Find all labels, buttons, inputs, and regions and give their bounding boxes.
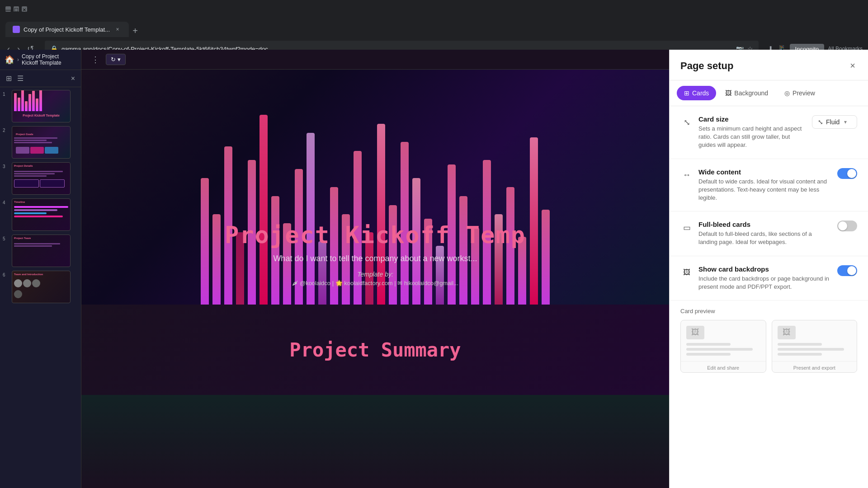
preview-lines xyxy=(778,343,852,356)
card-size-section: ⤡ Card size Sets a minimum card height a… xyxy=(670,106,868,159)
background-tab-label: Background xyxy=(734,89,768,97)
card-size-control: ⤡ Fluid ▾ xyxy=(812,115,857,129)
edit-share-label: Edit and share xyxy=(681,361,766,372)
card-size-dropdown[interactable]: ⤡ Fluid ▾ xyxy=(812,115,857,129)
sidebar-toolbar: ⊞ ☰ × xyxy=(0,70,81,87)
slide-item[interactable]: 2 Project Goals xyxy=(2,125,79,160)
dropdown-value: Fluid xyxy=(826,118,840,126)
sidebar-header: 🏠 › Copy of Project Kickoff Template xyxy=(0,50,81,70)
breadcrumb-home-icon[interactable]: 🏠 xyxy=(5,55,14,65)
preview-tab-label: Preview xyxy=(793,89,815,97)
page-setup-panel: Page setup × ⊞ Cards 🖼 Background ◎ Prev… xyxy=(669,50,868,488)
present-export-preview-card: 🖼 Present and export xyxy=(772,320,858,373)
card-size-text: Card size Sets a minimum card height and… xyxy=(698,115,807,150)
slide-number: 3 xyxy=(3,164,9,169)
show-backdrops-row: 🖼 Show card backdrops Include the card b… xyxy=(680,265,857,291)
slide-item[interactable]: 3 Project Details xyxy=(2,161,79,196)
slide-number: 2 xyxy=(3,128,9,133)
new-tab-button[interactable]: + xyxy=(129,24,142,37)
tab-close-button[interactable]: × xyxy=(113,25,122,33)
window-maximize-button[interactable]: □ xyxy=(14,6,19,12)
summary-title: Project Summary xyxy=(289,339,461,361)
preview-line-short xyxy=(778,353,822,356)
slide-item[interactable]: 5 Project Team xyxy=(2,234,79,268)
hero-credits: 🌶 @koolaidco | 🌟 koolaidfactory.com | ✉ … xyxy=(292,280,458,286)
window-minimize-button[interactable]: — xyxy=(5,6,11,12)
slide-item[interactable]: 4 Timeline xyxy=(2,197,79,232)
hero-template-by: Template by: xyxy=(357,271,393,278)
full-bleed-toggle[interactable] xyxy=(837,221,857,231)
hero-slide: Project Kickoff Temp What do I want to t… xyxy=(81,70,669,305)
canvas-toolbar: ⋮ ↻ ▾ xyxy=(81,50,669,70)
card-size-row: ⤡ Card size Sets a minimum card height a… xyxy=(680,115,857,150)
full-bleed-row: ▭ Full-bleed cards Default to full-bleed… xyxy=(680,221,857,246)
panel-content: ⤡ Card size Sets a minimum card height a… xyxy=(670,106,868,488)
slide-thumbnail: Team and Introduction xyxy=(12,271,71,303)
show-backdrops-toggle[interactable] xyxy=(837,265,857,276)
edit-share-card-inner: 🖼 xyxy=(681,320,766,361)
background-tab-icon: 🖼 xyxy=(725,89,731,97)
preview-cards: 🖼 Edit and share 🖼 xyxy=(680,320,857,373)
panel-header: Page setup × xyxy=(670,50,868,80)
browser-chrome: — □ × Copy of Project Kickoff Templat...… xyxy=(0,0,868,50)
panel-close-button[interactable]: × xyxy=(848,59,857,73)
list-view-button[interactable]: ☰ xyxy=(16,73,25,84)
preview-tab-icon: ◎ xyxy=(784,89,790,97)
wide-content-section: ↔ Wide content Default to wide cards. Id… xyxy=(670,159,868,212)
preview-line-short xyxy=(686,343,731,346)
cards-tab-icon: ⊞ xyxy=(684,89,689,97)
wide-content-icon: ↔ xyxy=(680,169,693,182)
full-bleed-control xyxy=(837,221,857,231)
show-backdrops-text: Show card backdrops Include the card bac… xyxy=(698,265,832,291)
preview-line-short xyxy=(686,353,731,356)
show-backdrops-desc: Include the card backdrops or page backg… xyxy=(698,275,832,291)
card-size-desc: Sets a minimum card height and aspect ra… xyxy=(698,125,807,150)
wide-content-row: ↔ Wide content Default to wide cards. Id… xyxy=(680,168,857,202)
dropdown-icon: ⤡ xyxy=(818,118,823,126)
preview-line-long xyxy=(778,348,844,351)
cards-tab-label: Cards xyxy=(692,89,709,97)
summary-slide: Project Summary xyxy=(81,305,669,395)
present-export-card-inner: 🖼 xyxy=(772,320,857,361)
show-backdrops-section: 🖼 Show card backdrops Include the card b… xyxy=(670,256,868,300)
preview-line-short xyxy=(778,343,822,346)
tab-preview[interactable]: ◎ Preview xyxy=(777,86,822,100)
title-bar: — □ × xyxy=(0,0,868,18)
credits-text: @koolaidco | 🌟 koolaidfactory.com | ✉ hi… xyxy=(300,280,458,286)
wide-content-label: Wide content xyxy=(698,168,832,176)
rotate-icon: ↻ xyxy=(111,56,116,63)
rotate-button[interactable]: ↻ ▾ xyxy=(106,54,126,65)
tab-cards[interactable]: ⊞ Cards xyxy=(677,86,716,100)
wide-content-toggle[interactable] xyxy=(837,168,857,179)
preview-image-icon: 🖼 xyxy=(686,326,704,339)
tab-favicon xyxy=(13,26,20,33)
slide-number: 6 xyxy=(3,272,9,277)
slide-item[interactable]: 6 Team and Introduction xyxy=(2,270,79,304)
sidebar: 🏠 › Copy of Project Kickoff Template ⊞ ☰… xyxy=(0,50,81,488)
hero-subtitle: What do I want to tell the company about… xyxy=(273,254,477,263)
active-tab[interactable]: Copy of Project Kickoff Templat... × xyxy=(5,22,129,37)
show-backdrops-label: Show card backdrops xyxy=(698,265,832,273)
main-content: ⋮ ↻ ▾ xyxy=(81,50,669,488)
window-close-button[interactable]: × xyxy=(22,6,27,12)
card-preview-section: Card preview 🖼 Edit and share xyxy=(670,300,868,382)
full-bleed-label: Full-bleed cards xyxy=(698,221,832,228)
card-size-icon: ⤡ xyxy=(680,116,693,129)
slide-menu-button[interactable]: ⋮ xyxy=(89,53,102,66)
slides-canvas[interactable]: Project Kickoff Temp What do I want to t… xyxy=(81,70,669,488)
full-bleed-desc: Default to full-bleed cards, like sectio… xyxy=(698,230,832,246)
tab-background[interactable]: 🖼 Background xyxy=(718,86,775,100)
preview-lines xyxy=(686,343,760,356)
wide-content-text: Wide content Default to wide cards. Idea… xyxy=(698,168,832,202)
panel-title: Page setup xyxy=(680,60,733,72)
preview-line-long xyxy=(686,348,753,351)
koolaidco-icon: 🌶 xyxy=(292,280,298,286)
hero-bars xyxy=(81,70,669,305)
breadcrumb-title: Copy of Project Kickoff Template xyxy=(22,53,76,66)
hero-title: Project Kickoff Temp xyxy=(225,221,526,249)
full-bleed-icon: ▭ xyxy=(680,221,693,234)
slide-thumbnail: Project Details xyxy=(12,162,71,195)
slide-item[interactable]: 1 Project Kickoff Template xyxy=(2,89,79,123)
sidebar-close-button[interactable]: × xyxy=(70,73,76,84)
grid-view-button[interactable]: ⊞ xyxy=(5,73,13,84)
